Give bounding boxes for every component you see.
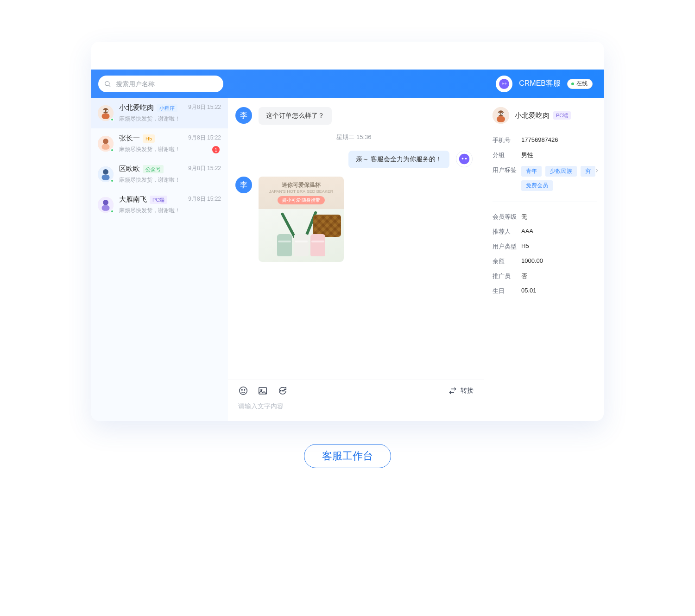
user-avatar [98,105,114,121]
svg-rect-9 [102,114,110,119]
field-value: 男性 [521,151,597,159]
svg-point-18 [103,169,108,175]
app-window: CRMEB客服 在线 小北爱吃肉小程序麻烦尽快发货，谢谢啦！9月8日 15:22… [91,42,604,421]
search-input[interactable] [98,76,223,92]
conversation-name: 小北爱吃肉 [119,103,154,112]
conversation-item[interactable]: 小北爱吃肉小程序麻烦尽快发货，谢谢啦！9月8日 15:22 [91,98,228,128]
search-icon [104,80,111,88]
user-detail-header: 小北爱吃肉 PC端 [493,107,597,124]
svg-point-27 [241,389,242,390]
svg-rect-36 [497,116,505,122]
product-image-tag: 娇小可爱 随身携带 [278,196,325,204]
user-detail-row: 推荐人AAA [493,224,597,239]
chat-messages[interactable]: 李 这个订单怎么样了？ 星期二 15:36 亲～ 客服会全力为你服务的！ 李 迷… [228,98,484,380]
svg-point-33 [284,390,284,391]
message-bubble: 这个订单怎么样了？ [259,107,332,125]
status-dot-icon [571,83,574,85]
conversation-item[interactable]: 张长一H5麻烦尽快发货，谢谢啦！9月8日 15:221 [91,128,228,159]
svg-rect-19 [102,175,110,180]
svg-point-26 [240,387,247,395]
field-label: 推荐人 [493,228,521,236]
svg-point-32 [282,390,283,391]
status-text: 在线 [576,80,588,88]
svg-point-13 [107,111,108,112]
agent-avatar-small [456,151,473,167]
message-input[interactable] [238,402,474,410]
agent-avatar [496,76,512,92]
user-tags: 青年少数民族穷免费会员 [521,166,597,191]
field-value: 无 [521,213,597,221]
conversation-name: 张长一 [119,134,140,143]
status-badge[interactable]: 在线 [567,79,593,89]
message-row-user: 李 这个订单怎么样了？ [235,107,473,125]
conversation-item[interactable]: 大雁南飞PC端麻烦尽快发货，谢谢啦！9月8日 15:22 [91,190,228,220]
svg-point-12 [104,111,105,112]
chat-bubble-icon[interactable] [277,386,287,396]
field-label: 手机号 [493,136,521,145]
svg-point-28 [244,389,245,390]
user-avatar [98,197,114,213]
message-image[interactable]: 迷你可爱保温杯 JAPAN'S HOT BRAISED BEAKER 娇小可爱 … [259,177,344,262]
user-detail-row: 会员等级无 [493,210,597,224]
user-detail-name: 小北爱吃肉 [515,111,550,120]
user-avatar [98,166,114,182]
field-label: 推广员 [493,272,521,280]
user-detail-row: 推广员否 [493,269,597,284]
svg-point-25 [462,158,464,159]
user-avatar [98,136,114,152]
online-dot-icon [110,210,114,213]
transfer-icon [449,387,457,395]
field-value: 否 [521,272,597,280]
online-dot-icon [110,179,114,183]
header-right: CRMEB客服 在线 [496,76,593,92]
field-label: 会员等级 [493,213,521,221]
svg-point-39 [499,114,500,114]
conversation-time: 9月8日 15:22 [188,165,221,172]
svg-rect-16 [102,144,110,150]
chevron-right-icon[interactable] [594,167,600,175]
conversation-time: 9月8日 15:22 [188,195,221,203]
user-avatar: 李 [235,107,252,124]
field-label: 用户类型 [493,242,521,251]
svg-point-30 [261,389,262,391]
svg-point-2 [499,79,509,89]
svg-line-1 [109,85,110,87]
user-detail-row: 分组男性 [493,148,597,163]
field-value: 17756987426 [521,136,597,143]
body-area: 小北爱吃肉小程序麻烦尽快发货，谢谢啦！9月8日 15:22张长一H5麻烦尽快发货… [91,98,604,421]
conversation-preview: 麻烦尽快发货，谢谢啦！ [119,176,221,184]
user-detail-row: 用户类型H5 [493,239,597,254]
user-tag[interactable]: 青年 [521,166,542,177]
user-tag[interactable]: 免费会员 [521,180,553,191]
user-detail-row: 生日05.01 [493,284,597,298]
svg-point-40 [502,114,503,114]
cup-icon [310,234,325,256]
source-tag: H5 [143,134,155,143]
user-detail-row: 余额1000.00 [493,254,597,269]
svg-point-5 [505,83,506,84]
cup-icon [294,234,309,256]
product-image-title: 迷你可爱保温杯 [282,181,321,189]
waffle-icon [313,215,341,237]
conversation-time: 9月8日 15:22 [188,103,221,111]
input-toolbar: 转接 [238,386,474,396]
svg-point-31 [280,390,281,391]
conversation-name: 区欧欧 [119,165,140,173]
field-value: AAA [521,228,597,235]
conversation-item[interactable]: 区欧欧公众号麻烦尽快发货，谢谢啦！9月8日 15:22 [91,159,228,190]
transfer-button[interactable]: 转接 [449,387,474,395]
svg-point-21 [103,200,108,205]
conversation-list: 小北爱吃肉小程序麻烦尽快发货，谢谢啦！9月8日 15:22张长一H5麻烦尽快发货… [91,98,228,421]
message-row-agent: 亲～ 客服会全力为你服务的！ [235,151,473,168]
user-tag[interactable]: 少数民族 [545,166,577,177]
field-label: 生日 [493,287,521,295]
unread-badge: 1 [212,146,220,153]
svg-rect-22 [102,205,110,211]
conversation-time: 9月8日 15:22 [188,134,221,142]
header-bar: CRMEB客服 在线 [91,70,604,98]
image-icon[interactable] [258,386,268,396]
emoji-icon[interactable] [238,386,248,396]
user-tags-row: 用户标签 青年少数民族穷免费会员 [493,163,597,194]
search-wrap [98,76,223,92]
svg-point-15 [103,139,108,144]
